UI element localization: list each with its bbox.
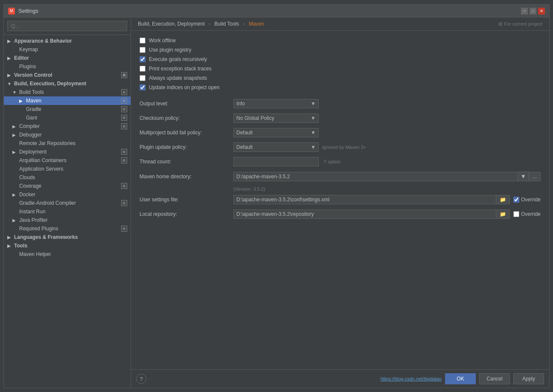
sidebar-item-editor[interactable]: ▶Editor — [4, 54, 131, 62]
control-wrap-maven-home: ▼... — [233, 171, 541, 181]
maven-home-browse-btn[interactable]: ... — [529, 172, 541, 181]
sidebar-item-java-profiler[interactable]: ▶Java Profiler — [4, 216, 131, 224]
checkbox-row-use-plugin-registry: Use plugin registry — [140, 47, 541, 53]
sidebar-item-instant-run[interactable]: Instant Run — [4, 207, 131, 216]
input-user-settings[interactable] — [233, 195, 496, 204]
form-row-multiproject-build: Multiproject build fail policy:Default▼ — [140, 128, 541, 137]
item-badge-icon: ⊞ — [121, 149, 127, 155]
sidebar-item-app-servers[interactable]: Application Servers — [4, 165, 131, 173]
footer-url[interactable]: https://blog.csdn.net/bigdalao — [381, 376, 442, 381]
input-local-repo[interactable] — [233, 209, 496, 219]
close-button[interactable]: ✕ — [538, 8, 545, 15]
sidebar-item-gradle-android[interactable]: Gradle-Android Compiler⊞ — [4, 199, 131, 207]
minimize-button[interactable]: ─ — [521, 8, 528, 15]
checkbox-always-update[interactable] — [140, 75, 146, 81]
sidebar-item-label: Arquillian Containers — [19, 157, 67, 163]
checkbox-label-print-exception: Print exception stack traces — [149, 66, 212, 72]
sidebar-item-label: Maven Helper — [19, 251, 51, 257]
tree-arrow: ▶ — [19, 99, 24, 103]
checkbox-update-indices[interactable] — [140, 84, 146, 90]
sidebar-item-keymap[interactable]: Keymap — [4, 45, 131, 54]
item-badge-icon: ⊞ — [121, 106, 127, 112]
path-wrap-local-repo: 📁 — [233, 209, 510, 219]
tree-arrow: ▶ — [12, 150, 17, 154]
dropdown-plugin-update[interactable]: Default▼ — [233, 142, 319, 152]
sidebar-item-debugger[interactable]: ▶Debugger — [4, 131, 131, 139]
browse-btn-local-repo[interactable]: 📁 — [496, 209, 510, 219]
project-icon: ⊞ — [498, 21, 502, 27]
control-wrap-multiproject-build: Default▼ — [233, 128, 541, 137]
sidebar-item-appearance[interactable]: ▶Appearance & Behavior — [4, 37, 131, 45]
sidebar-item-maven-helper[interactable]: Maven Helper — [4, 250, 131, 258]
sidebar-item-clouds[interactable]: Clouds — [4, 173, 131, 182]
title-bar-left: M Settings — [8, 8, 38, 15]
sidebar-item-label: Gradle-Android Compiler — [19, 200, 76, 206]
checkbox-execute-goals[interactable] — [140, 56, 146, 62]
sidebar-item-coverage[interactable]: Coverage⊞ — [4, 182, 131, 190]
help-button[interactable]: ? — [136, 374, 146, 384]
dropdown-arrow-output-level: ▼ — [311, 101, 316, 107]
maximize-button[interactable]: □ — [530, 8, 536, 15]
sidebar-item-required-plugins[interactable]: Required Plugins⊞ — [4, 224, 131, 233]
sidebar-item-build-tools[interactable]: ▼Build Tools⊞ — [4, 88, 131, 96]
control-wrap-user-settings: 📁Override — [233, 195, 541, 204]
checkbox-row-always-update: Always update snapshots — [140, 75, 541, 81]
control-wrap-output-level: Info▼ — [233, 99, 541, 108]
browse-btn-user-settings[interactable]: 📁 — [496, 195, 510, 204]
sidebar-item-label: Maven — [26, 98, 41, 104]
item-badge-icon: ⊞ — [121, 98, 127, 104]
sidebar-item-label: Tools — [14, 243, 27, 249]
sidebar-item-build-execution[interactable]: ▼Build, Execution, Deployment — [4, 79, 131, 88]
breadcrumb-part-3: Maven — [249, 21, 264, 27]
dropdown-checksum-policy[interactable]: No Global Policy▼ — [233, 113, 319, 123]
sidebar-item-label: Deployment — [19, 149, 47, 155]
sidebar-item-label: Build Tools — [19, 89, 44, 95]
form-row-local-repo: Local repository:📁Override — [140, 209, 541, 219]
sidebar-item-version-control[interactable]: ▶Version Control⊞ — [4, 71, 131, 79]
item-badge-icon: ⊞ — [121, 226, 127, 232]
override-checkbox-user-settings[interactable] — [513, 197, 519, 203]
input-maven-home[interactable] — [233, 172, 518, 181]
tree-arrow: ▶ — [12, 218, 17, 223]
tree-arrow: ▶ — [12, 124, 17, 129]
dropdown-output-level[interactable]: Info▼ — [233, 99, 319, 108]
tree-arrow: ▶ — [12, 192, 17, 197]
checkbox-work-offline[interactable] — [140, 38, 146, 44]
sidebar-item-gradle[interactable]: Gradle⊞ — [4, 105, 131, 113]
sidebar-item-tools[interactable]: ▶Tools — [4, 241, 131, 250]
sidebar-item-arquillian[interactable]: Arquillian Containers⊞ — [4, 156, 131, 165]
sidebar-item-gant[interactable]: Gant⊞ — [4, 113, 131, 122]
sidebar-item-maven[interactable]: ▶Maven⊞ — [4, 96, 131, 105]
tree-arrow: ▶ — [7, 39, 12, 44]
sidebar-item-deployment[interactable]: ▶Deployment⊞ — [4, 148, 131, 156]
app-icon: M — [8, 8, 15, 15]
dropdown-multiproject-build[interactable]: Default▼ — [233, 128, 319, 137]
footer: ? https://blog.csdn.net/bigdalao OK Canc… — [131, 369, 549, 388]
checkbox-use-plugin-registry[interactable] — [140, 47, 146, 53]
sidebar-item-label: Docker — [19, 192, 35, 197]
breadcrumb-bar: Build, Execution, Deployment › Build Too… — [131, 17, 549, 31]
ok-button[interactable]: OK — [445, 373, 476, 384]
cancel-button[interactable]: Cancel — [479, 373, 510, 384]
breadcrumb-sep-1: › — [209, 21, 210, 27]
for-project-label: For current project — [504, 21, 542, 26]
tree-arrow: ▶ — [12, 133, 17, 137]
override-checkbox-local-repo[interactable] — [513, 211, 519, 217]
checkbox-print-exception[interactable] — [140, 66, 146, 72]
input-thread-count[interactable] — [233, 157, 319, 166]
maven-version-text: (Version: 3.5.2) — [140, 186, 541, 192]
sidebar-item-compiler[interactable]: ▶Compiler⊞ — [4, 122, 131, 131]
label-checksum-policy: Checksum policy: — [140, 115, 233, 121]
control-wrap-checksum-policy: No Global Policy▼ — [233, 113, 541, 123]
sidebar-item-languages[interactable]: ▶Languages & Frameworks — [4, 233, 131, 241]
tree-arrow: ▶ — [7, 235, 12, 240]
main-content: ▶Appearance & BehaviorKeymap▶EditorPlugi… — [4, 17, 549, 388]
sidebar-item-docker[interactable]: ▶Docker — [4, 190, 131, 199]
control-wrap-plugin-update: Default▼ignored by Maven 3+ — [233, 142, 541, 152]
search-input[interactable] — [7, 21, 127, 31]
sidebar-item-plugins[interactable]: Plugins — [4, 62, 131, 71]
apply-button[interactable]: Apply — [513, 373, 544, 384]
checkbox-row-print-exception: Print exception stack traces — [140, 66, 541, 72]
maven-home-dropdown-btn[interactable]: ▼ — [518, 171, 529, 181]
sidebar-item-remote-jar[interactable]: Remote Jar Repositories — [4, 139, 131, 148]
